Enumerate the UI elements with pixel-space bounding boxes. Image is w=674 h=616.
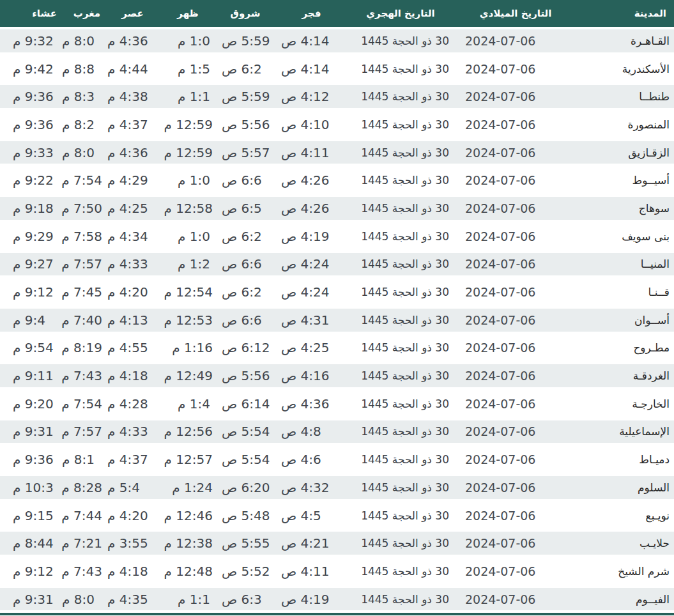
table-row: الخارجـة2024-07-0630 ذو الحجة 14454:36 ص…: [0, 390, 674, 418]
gregorian-cell: 2024-07-06: [456, 557, 575, 585]
isha-cell: 9:33 م: [0, 139, 58, 167]
dhuhr-cell: 1:1 م: [163, 82, 213, 111]
gregorian-date-value: 2024-07-06: [465, 481, 535, 495]
maghrib-cell: 7:50 م: [58, 194, 102, 222]
maghrib-cell: 8:0 م: [58, 27, 102, 55]
maghrib-cell: 7:57 م: [58, 418, 102, 446]
hijri-cell: 30 ذو الحجة 1445: [345, 585, 456, 613]
dhuhr-cell: 12:59 م: [163, 139, 213, 167]
city-cell: أســوان: [575, 306, 674, 334]
asr-cell: 4:33 م: [102, 418, 163, 446]
dhuhr-cell: 12:48 م: [163, 557, 213, 585]
asr-cell: 4:18 م: [102, 557, 163, 585]
sunrise-cell: 5:57 ص: [213, 139, 278, 167]
asr-cell: 4:20 م: [102, 278, 163, 306]
fajr-cell: 4:19 ص: [278, 222, 345, 250]
dhuhr-cell: 12:56 م: [163, 418, 213, 446]
sunrise-cell: 5:54 ص: [213, 445, 278, 474]
fajr-cell: 4:14 ص: [278, 55, 345, 83]
hijri-cell: 30 ذو الحجة 1445: [345, 474, 456, 502]
isha-cell: 9:29 م: [0, 222, 58, 250]
fajr-cell: 4:11 ص: [278, 139, 345, 167]
dhuhr-cell: 12:49 م: [163, 362, 213, 390]
gregorian-cell: 2024-07-06: [456, 362, 575, 390]
table-row: الزقـازيق2024-07-0630 ذو الحجة 14454:11 …: [0, 139, 674, 167]
maghrib-cell: 7:58 م: [58, 222, 102, 250]
city-cell: الغردقـة: [575, 362, 674, 390]
gregorian-date-value: 2024-07-06: [465, 397, 535, 411]
asr-cell: 4:34 م: [102, 222, 163, 250]
gregorian-date-value: 2024-07-06: [465, 341, 535, 355]
gregorian-cell: 2024-07-06: [456, 585, 575, 613]
dhuhr-cell: 1:1 م: [163, 585, 213, 613]
maghrib-cell: 7:21 م: [58, 529, 102, 557]
gregorian-date-value: 2024-07-06: [465, 424, 535, 438]
isha-cell: 9:36 م: [0, 445, 58, 474]
fajr-cell: 4:14 ص: [278, 27, 345, 55]
dhuhr-cell: 1:0 م: [163, 166, 213, 194]
table-row: أســوان2024-07-0630 ذو الحجة 14454:31 ص6…: [0, 306, 674, 334]
city-cell: الفيــوم: [575, 585, 674, 613]
isha-cell: 9:36 م: [0, 82, 58, 111]
gregorian-date-value: 2024-07-06: [465, 564, 535, 578]
table-row: نويـبع2024-07-0630 ذو الحجة 14454:5 ص5:4…: [0, 502, 674, 530]
maghrib-cell: 8:0 م: [58, 585, 102, 613]
gregorian-date-value: 2024-07-06: [465, 89, 535, 104]
fajr-cell: 4:31 ص: [278, 306, 345, 334]
gregorian-date-value: 2024-07-06: [465, 229, 535, 243]
gregorian-cell: 2024-07-06: [456, 166, 575, 194]
gregorian-cell: 2024-07-06: [456, 111, 575, 139]
gregorian-cell: 2024-07-06: [456, 306, 575, 334]
dhuhr-cell: 1:0 م: [163, 222, 213, 250]
hijri-cell: 30 ذو الحجة 1445: [345, 111, 456, 139]
gregorian-date-value: 2024-07-06: [465, 592, 535, 606]
sunrise-cell: 6:6 ص: [213, 166, 278, 194]
dhuhr-cell: 12:54 م: [163, 278, 213, 306]
fajr-cell: 4:5 ص: [278, 502, 345, 530]
maghrib-cell: 7:44 م: [58, 502, 102, 530]
maghrib-cell: 7:54 م: [58, 390, 102, 418]
dhuhr-cell: 12:38 م: [163, 529, 213, 557]
asr-cell: 4:38 م: [102, 82, 163, 111]
city-cell: الزقـازيق: [575, 139, 674, 167]
gregorian-date-value: 2024-07-06: [465, 285, 535, 299]
prayer-times-table: المدينة التاريخ الميلادي التاريخ الهجري …: [0, 0, 674, 615]
sunrise-cell: 5:54 ص: [213, 418, 278, 446]
isha-cell: 9:42 م: [0, 55, 58, 83]
dhuhr-cell: 12:46 م: [163, 502, 213, 530]
isha-cell: 9:12 م: [0, 278, 58, 306]
sunrise-cell: 5:52 ص: [213, 557, 278, 585]
hijri-cell: 30 ذو الحجة 1445: [345, 306, 456, 334]
hijri-cell: 30 ذو الحجة 1445: [345, 194, 456, 222]
table-row: الغردقـة2024-07-0630 ذو الحجة 14454:16 ص…: [0, 362, 674, 390]
sunrise-cell: 6:12 ص: [213, 334, 278, 362]
table-row: مطـروح2024-07-0630 ذو الحجة 14454:25 ص6:…: [0, 334, 674, 362]
hijri-cell: 30 ذو الحجة 1445: [345, 222, 456, 250]
hijri-cell: 30 ذو الحجة 1445: [345, 250, 456, 279]
hijri-cell: 30 ذو الحجة 1445: [345, 166, 456, 194]
fajr-cell: 4:26 ص: [278, 166, 345, 194]
asr-cell: 4:55 م: [102, 334, 163, 362]
maghrib-cell: 7:43 م: [58, 362, 102, 390]
city-cell: قــنـا: [575, 278, 674, 306]
city-cell: مطـروح: [575, 334, 674, 362]
gregorian-cell: 2024-07-06: [456, 445, 575, 474]
gregorian-cell: 2024-07-06: [456, 418, 575, 446]
city-cell: شرم الشيخ: [575, 557, 674, 585]
gregorian-date-value: 2024-07-06: [465, 257, 535, 271]
maghrib-cell: 8:8 م: [58, 55, 102, 83]
fajr-cell: 4:12 ص: [278, 82, 345, 111]
table-row: طنطــا2024-07-0630 ذو الحجة 14454:12 ص5:…: [0, 82, 674, 111]
asr-cell: 4:13 م: [102, 306, 163, 334]
sunrise-cell: 5:56 ص: [213, 362, 278, 390]
gregorian-date-value: 2024-07-06: [465, 201, 535, 215]
asr-cell: 4:37 م: [102, 445, 163, 474]
column-header-maghrib: مغرب: [58, 0, 102, 27]
sunrise-cell: 6:3 ص: [213, 585, 278, 613]
table-row: الإسماعيلية2024-07-0630 ذو الحجة 14454:8…: [0, 418, 674, 446]
isha-cell: 10:3 م: [0, 474, 58, 502]
isha-cell: 9:4 م: [0, 306, 58, 334]
isha-cell: 9:11 م: [0, 362, 58, 390]
fajr-cell: 4:32 ص: [278, 474, 345, 502]
table-row: القـاهـرة2024-07-0630 ذو الحجة 14454:14 …: [0, 27, 674, 55]
